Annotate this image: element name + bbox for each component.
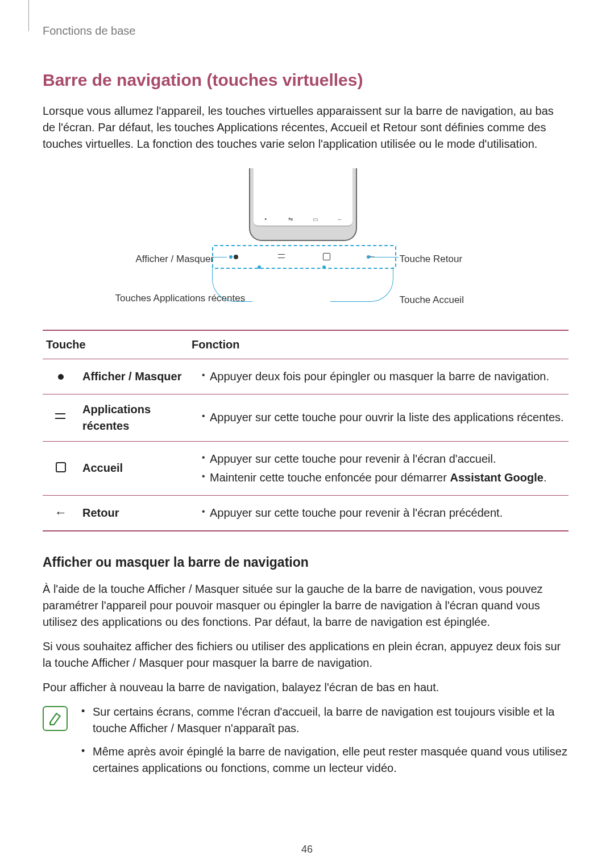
paragraph: Si vous souhaitez afficher des fichiers … <box>43 638 569 671</box>
leader-dot <box>322 265 326 269</box>
header-rule <box>28 0 29 31</box>
note-item: Même après avoir épinglé la barre de nav… <box>81 744 569 776</box>
leader-line <box>213 257 227 258</box>
figure-label-back: Touche Retour <box>400 252 463 267</box>
breadcrumb: Fonctions de base <box>43 23 569 39</box>
back-icon <box>53 504 69 520</box>
figure-label-home: Touche Accueil <box>400 293 464 308</box>
row-label: Retour <box>79 495 188 531</box>
leader-dot <box>367 255 370 259</box>
th-touche: Touche <box>43 330 188 359</box>
keys-table: Touche Fonction Afficher / Masquer Appuy… <box>43 330 569 531</box>
row-function: Appuyer sur cette touche pour revenir à … <box>202 505 565 521</box>
intro-paragraph: Lorsque vous allumez l'appareil, les tou… <box>43 103 569 152</box>
phone-outline: • ⇋ ▭ ← <box>249 168 357 241</box>
row-function: Appuyer deux fois pour épingler ou masqu… <box>202 368 565 385</box>
leader-line <box>371 257 399 258</box>
row-function: Appuyer sur cette touche pour revenir à … <box>202 451 565 467</box>
note-item: Sur certains écrans, comme l'écran d'acc… <box>81 704 569 737</box>
th-fonction: Fonction <box>188 330 569 359</box>
dot-icon <box>53 369 69 385</box>
paragraph: Pour afficher à nouveau la barre de navi… <box>43 679 569 696</box>
leader-dot <box>229 255 233 259</box>
section-title: Barre de navigation (touches virtuelles) <box>43 68 569 93</box>
figure-label-show-hide: Afficher / Masquer <box>136 252 210 267</box>
dot-icon: • <box>261 215 270 225</box>
home-icon <box>321 251 333 263</box>
table-row: Afficher / Masquer Appuyer deux fois pou… <box>43 359 569 394</box>
home-icon: ▭ <box>310 215 320 225</box>
leader-curve <box>330 267 393 302</box>
paragraph: À l'aide de la touche Afficher / Masquer… <box>43 581 569 630</box>
back-icon: ← <box>335 215 345 225</box>
table-row: Applications récentes Appuyer sur cette … <box>43 394 569 441</box>
navbar-figure: • ⇋ ▭ ← Afficher / Masquer Touches Appli… <box>81 168 530 322</box>
home-icon <box>53 459 69 475</box>
sub-heading: Afficher ou masquer la barre de navigati… <box>43 553 569 572</box>
table-row: Retour Appuyer sur cette touche pour rev… <box>43 495 569 531</box>
phone-navbar: • ⇋ ▭ ← <box>254 214 352 226</box>
row-function: Maintenir cette touche enfoncée pour dém… <box>202 470 565 486</box>
note-icon <box>43 706 68 731</box>
row-label: Accueil <box>79 441 188 495</box>
recents-icon <box>53 408 69 423</box>
row-label: Afficher / Masquer <box>79 359 188 394</box>
figure-label-recents: Touches Applications récentes <box>115 292 210 304</box>
recents-icon <box>275 251 288 263</box>
phone-screen: • ⇋ ▭ ← <box>254 168 352 226</box>
leader-dot <box>258 265 261 269</box>
page-number: 46 <box>0 842 614 857</box>
row-label: Applications récentes <box>79 394 188 441</box>
recents-icon: ⇋ <box>286 215 295 225</box>
row-function: Appuyer sur cette touche pour ouvrir la … <box>202 409 565 426</box>
note-block: Sur certains écrans, comme l'écran d'acc… <box>43 704 569 783</box>
table-row: Accueil Appuyer sur cette touche pour re… <box>43 441 569 495</box>
